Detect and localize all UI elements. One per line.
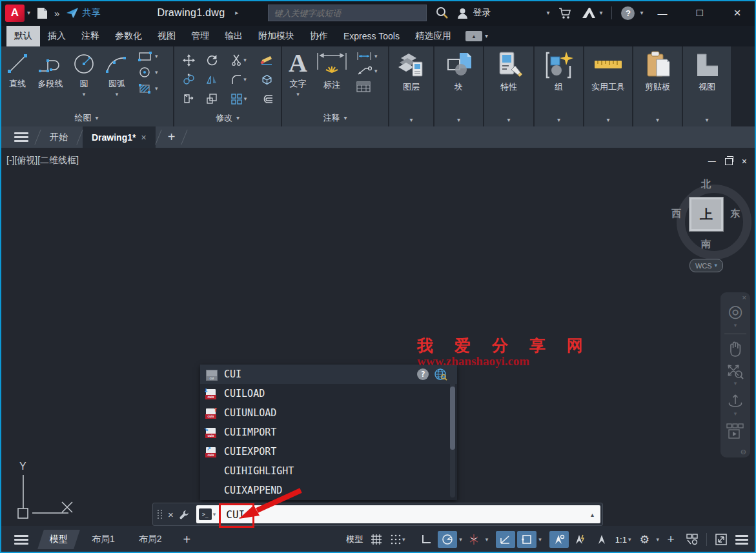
model-space-toggle[interactable]: 模型 (344, 531, 365, 548)
viewcube-east[interactable]: 东 (730, 208, 740, 220)
line-tool[interactable]: 直线 (5, 52, 30, 90)
file-tab-drawing1[interactable]: Drawing1* × (83, 126, 156, 148)
rectangle-tool[interactable]: ▾ (138, 52, 158, 61)
layers-caret-icon[interactable]: ▾ (409, 117, 413, 123)
annotation-visibility-toggle[interactable] (549, 531, 569, 548)
layout2-tab[interactable]: 布局2 (130, 530, 171, 549)
panel-view[interactable]: 视图 ▾ (683, 46, 731, 126)
leader-caret-icon[interactable]: ▾ (374, 68, 378, 74)
ribbon-tab-collaborate[interactable]: 协作 (302, 26, 336, 46)
panel-utilities[interactable]: 实用工具 ▾ (584, 46, 632, 126)
copy-tool[interactable] (183, 74, 195, 85)
command-prompt-icon[interactable]: >_ (199, 508, 212, 520)
ribbon-tab-featured-apps[interactable]: 精选应用 (407, 26, 459, 46)
clipboard-caret-icon[interactable]: ▾ (656, 117, 659, 123)
navbar-close-icon[interactable]: × (742, 294, 746, 301)
pan-hand-icon[interactable] (720, 341, 750, 357)
autodesk-logo-icon[interactable] (581, 6, 597, 19)
panel-modify-title[interactable]: 修改 ▾ (174, 112, 281, 124)
layout-menu-icon[interactable] (14, 535, 28, 545)
array-caret-icon[interactable]: ▾ (244, 96, 247, 102)
share-button[interactable]: 共享 (66, 7, 100, 19)
autocomplete-scrollbar[interactable] (450, 367, 455, 498)
viewcube-west[interactable]: 西 (671, 208, 681, 220)
mirror-tool[interactable] (206, 74, 218, 85)
properties-caret-icon[interactable]: ▾ (507, 117, 510, 123)
viewport-minimize-icon[interactable]: — (708, 157, 716, 166)
panel-layers[interactable]: 图层 ▾ (389, 46, 433, 126)
annotation-scale-button[interactable] (592, 531, 611, 548)
leader-tool[interactable]: ▾ (356, 66, 378, 76)
zoom-icon[interactable] (720, 364, 750, 379)
settings-caret-icon[interactable]: ▾ (656, 537, 659, 543)
new-file-button[interactable] (37, 7, 48, 19)
zoom-caret-icon[interactable]: ▾ (720, 381, 750, 387)
polar-tracking-toggle[interactable] (438, 531, 457, 548)
ribbon-tab-annotate[interactable]: 注释 (74, 26, 107, 46)
table-tool[interactable] (356, 81, 378, 92)
ortho-mode-toggle[interactable] (416, 531, 436, 548)
app-menu-button[interactable]: A (5, 5, 25, 22)
scale-caret-icon[interactable]: ▾ (628, 537, 631, 543)
polar-caret-icon[interactable]: ▾ (459, 537, 462, 543)
internet-search-icon[interactable] (434, 368, 448, 381)
command-bar-close-icon[interactable]: × (168, 509, 174, 520)
utilities-caret-icon[interactable]: ▾ (606, 117, 609, 123)
app-menu-caret-icon[interactable]: ▾ (27, 10, 30, 16)
group-caret-icon[interactable]: ▾ (557, 117, 560, 123)
new-layout-button[interactable]: + (177, 532, 198, 547)
stretch-tool[interactable] (183, 93, 194, 105)
viewport-restore-icon[interactable] (725, 158, 733, 165)
object-snap-tracking-toggle[interactable] (496, 531, 515, 548)
annotation-scale-value[interactable]: 1:1▾ (613, 531, 633, 548)
fillet-caret-icon[interactable]: ▾ (243, 77, 247, 83)
trim-tool[interactable]: ▾ (231, 54, 247, 66)
customize-wrench-icon[interactable] (179, 509, 190, 520)
view-caret-icon[interactable]: ▾ (705, 117, 708, 123)
clean-screen-button[interactable] (711, 531, 731, 548)
offset-tool[interactable] (261, 94, 273, 104)
ribbon-tab-manage[interactable]: 管理 (183, 26, 217, 46)
ribbon-tab-view[interactable]: 视图 (150, 26, 183, 46)
grid-display-toggle[interactable] (367, 531, 386, 548)
trim-caret-icon[interactable]: ▾ (243, 57, 247, 63)
wcs-dropdown[interactable]: WCS ▾ (690, 259, 723, 272)
showmotion-icon[interactable] (720, 423, 750, 440)
new-tab-button[interactable]: + (161, 126, 182, 148)
tab-close-icon[interactable]: × (141, 132, 146, 143)
ribbon-tab-insert[interactable]: 插入 (40, 26, 74, 46)
snap-caret-icon[interactable]: ▾ (402, 537, 405, 543)
isolate-objects-button[interactable] (682, 531, 702, 548)
help-caret-icon[interactable]: ▾ (640, 10, 643, 16)
scale-tool[interactable] (206, 93, 218, 105)
maximize-button[interactable]: □ (681, 0, 719, 26)
minimize-button[interactable]: — (644, 0, 681, 26)
arc-caret-icon[interactable]: ▾ (116, 92, 119, 97)
autodesk-caret-icon[interactable]: ▾ (599, 10, 602, 16)
panel-clipboard[interactable]: 剪贴板 ▾ (633, 46, 682, 126)
isodraft-toggle[interactable] (464, 531, 484, 548)
move-tool[interactable] (183, 54, 195, 66)
layout1-tab[interactable]: 布局1 (83, 530, 124, 549)
dim-linear-tool[interactable]: ▾ (356, 52, 378, 61)
circle-caret-icon[interactable]: ▾ (83, 92, 86, 97)
autocomplete-item-cuiunload[interactable]: ↑cuix CUIUNLOAD (200, 403, 457, 423)
ribbon-tab-addins[interactable]: 附加模块 (250, 26, 302, 46)
panel-block[interactable]: 块 ▾ (434, 46, 483, 126)
dimension-tool[interactable]: 标注 (315, 50, 349, 91)
erase-tool[interactable] (260, 54, 273, 66)
viewport-controls-label[interactable]: [-][俯视][二维线框] (6, 155, 79, 166)
dim-linear-caret-icon[interactable]: ▾ (374, 54, 378, 59)
circle-tool[interactable]: 圆 ▾ (71, 52, 97, 97)
wheel-caret-icon[interactable]: ▾ (720, 323, 750, 328)
orbit-icon[interactable] (720, 393, 750, 410)
text-tool[interactable]: A 文字 ▾ (289, 50, 307, 97)
add-status-item-button[interactable]: + (661, 531, 680, 548)
cart-icon[interactable] (558, 7, 572, 19)
osnap-caret-icon[interactable]: ▾ (538, 537, 542, 543)
ellipse-tool[interactable]: ▾ (138, 67, 158, 77)
command-bar-drag-handle[interactable] (158, 510, 163, 519)
viewcube-south[interactable]: 南 (701, 238, 711, 250)
recent-commands-caret-icon[interactable]: ▾ (213, 512, 216, 518)
panel-annotate-title[interactable]: 注释 ▾ (282, 112, 388, 124)
